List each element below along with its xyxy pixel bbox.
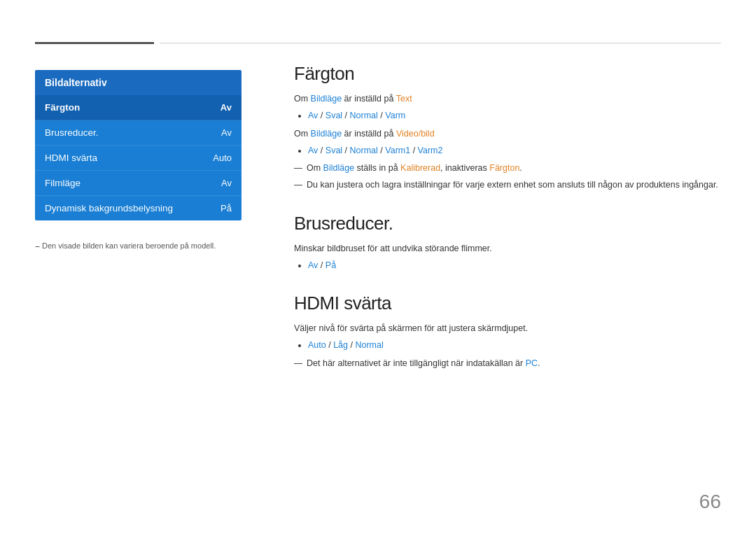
section-hdmi-body: Väljer nivå för svärta på skärmen för at…	[294, 321, 721, 371]
section-fargton: Färgton Om Bildläge är inställd på Text …	[294, 63, 721, 193]
section-brusreducer-title: Brusreducer.	[294, 213, 721, 234]
sidebar-header: Bildalternativ	[35, 70, 241, 95]
sidebar-item-brusreducer[interactable]: Brusreducer. Av	[35, 120, 241, 146]
sidebar-item-label: Brusreducer.	[45, 127, 99, 138]
fargton-bullet2: Av / Sval / Normal / Varm1 / Varm2	[308, 143, 721, 158]
section-fargton-title: Färgton	[294, 63, 721, 85]
fargton-line2: Om Bildläge är inställd på Video/bild	[294, 127, 721, 141]
page-number: 66	[699, 491, 721, 513]
fargton-note2: ― Du kan justera och lagra inställningar…	[294, 178, 721, 192]
sidebar-item-dynamisk[interactable]: Dynamisk bakgrundsbelysning På	[35, 196, 241, 220]
section-hdmi-title: HDMI svärta	[294, 293, 721, 314]
top-decorative-lines	[35, 42, 721, 44]
sidebar-item-value: Auto	[213, 153, 232, 163]
section-hdmi: HDMI svärta Väljer nivå för svärta på sk…	[294, 293, 721, 371]
brusreducer-desc: Minskar bildbruset för att undvika störa…	[294, 241, 721, 256]
section-brusreducer: Brusreducer. Minskar bildbruset för att …	[294, 213, 721, 274]
sidebar-footnote: ‒ Den visade bilden kan variera beroende…	[35, 241, 216, 251]
sidebar-menu: Färgton Av Brusreducer. Av HDMI svärta A…	[35, 95, 241, 220]
brusreducer-bullet: Av / På	[308, 258, 721, 273]
section-brusreducer-body: Minskar bildbruset för att undvika störa…	[294, 241, 721, 274]
sidebar-item-value: Av	[220, 102, 232, 113]
sidebar-item-label: HDMI svärta	[45, 153, 97, 163]
fargton-line1: Om Bildläge är inställd på Text	[294, 92, 721, 106]
section-fargton-body: Om Bildläge är inställd på Text Av / Sva…	[294, 92, 721, 193]
sidebar-item-value: Av	[221, 127, 232, 138]
sidebar-item-value: Av	[221, 178, 232, 188]
fargton-note1: ― Om Bildläge ställs in på Kalibrerad, i…	[294, 161, 721, 176]
main-content: Färgton Om Bildläge är inställd på Text …	[294, 63, 721, 391]
sidebar-item-value: På	[220, 203, 232, 213]
hdmi-desc: Väljer nivå för svärta på skärmen för at…	[294, 321, 721, 336]
sidebar-item-fargton[interactable]: Färgton Av	[35, 95, 241, 120]
sidebar-item-hdmi[interactable]: HDMI svärta Auto	[35, 146, 241, 171]
sidebar-item-label: Färgton	[45, 102, 80, 113]
hdmi-bullet: Auto / Låg / Normal	[308, 338, 721, 353]
top-line-short	[35, 42, 154, 44]
sidebar: Bildalternativ Färgton Av Brusreducer. A…	[35, 70, 241, 220]
hdmi-note: ― Det här alternativet är inte tillgängl…	[294, 356, 721, 371]
sidebar-item-label: Dynamisk bakgrundsbelysning	[45, 203, 173, 213]
sidebar-item-label: Filmläge	[45, 178, 80, 188]
fargton-bullet1: Av / Sval / Normal / Varm	[308, 108, 721, 123]
top-line-long	[160, 43, 721, 43]
sidebar-item-filmlage[interactable]: Filmläge Av	[35, 171, 241, 196]
